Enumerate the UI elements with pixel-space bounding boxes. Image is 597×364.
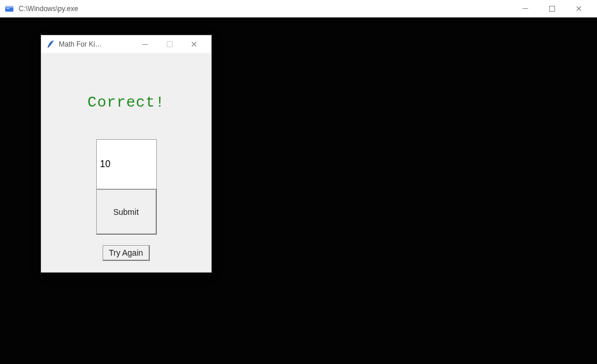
console-title: C:\Windows\py.exe	[19, 5, 512, 13]
submit-button[interactable]: Submit	[96, 189, 157, 235]
tk-body: Correct! Submit Try Again	[41, 53, 211, 272]
console-window-controls: ✕	[512, 0, 592, 17]
close-icon: ✕	[575, 5, 582, 13]
console-app-icon	[5, 4, 14, 13]
maximize-button[interactable]	[539, 0, 566, 17]
minimize-icon	[142, 44, 148, 45]
console-body: Math For Ki… ✕ Correct! Submit Try Again	[0, 17, 597, 364]
try-again-button[interactable]: Try Again	[103, 245, 150, 261]
close-button[interactable]: ✕	[566, 0, 592, 17]
tk-titlebar: Math For Ki… ✕	[41, 36, 211, 53]
tk-window: Math For Ki… ✕ Correct! Submit Try Again	[41, 35, 212, 273]
tk-close-button[interactable]: ✕	[182, 36, 206, 53]
result-label: Correct!	[87, 94, 165, 111]
svg-rect-1	[5, 6, 13, 8]
maximize-icon	[549, 6, 555, 12]
minimize-button[interactable]	[512, 0, 539, 17]
tk-maximize-button[interactable]	[157, 36, 182, 53]
svg-rect-2	[6, 8, 9, 9]
maximize-icon	[167, 41, 173, 47]
minimize-icon	[522, 8, 528, 9]
tk-window-title: Math For Ki…	[59, 40, 109, 48]
console-titlebar: C:\Windows\py.exe ✕	[0, 0, 597, 17]
tk-feather-icon	[46, 40, 55, 49]
answer-input[interactable]	[96, 139, 157, 189]
tk-window-controls: ✕	[133, 36, 206, 53]
close-icon: ✕	[191, 40, 198, 48]
tk-minimize-button[interactable]	[133, 36, 157, 53]
